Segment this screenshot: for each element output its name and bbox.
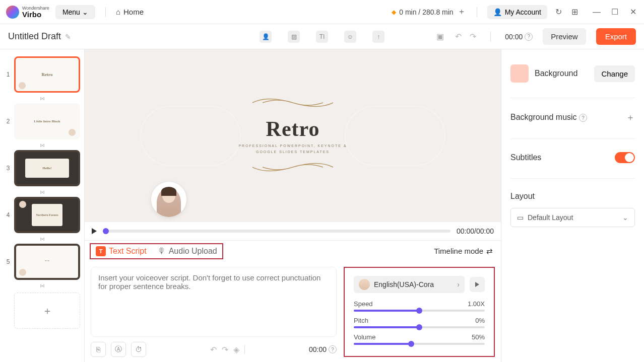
slide-thumbnail[interactable]: Retro: [14, 56, 80, 93]
slide-number: 1: [4, 71, 12, 78]
slide-connector-icon: ⋈: [4, 236, 80, 242]
help-icon[interactable]: ?: [329, 345, 337, 353]
timeline-mode-button[interactable]: Timeline mode ⇄: [434, 247, 496, 256]
slide-connector-icon: ⋈: [4, 96, 80, 101]
preview-button[interactable]: Preview: [543, 28, 586, 45]
diamond-icon: ◆: [392, 9, 396, 16]
text-tool-icon[interactable]: TI: [316, 31, 328, 43]
slider-knob[interactable]: [416, 308, 422, 314]
layout-selector[interactable]: ▭ Default Layout ⌄: [510, 208, 635, 227]
maximize-button[interactable]: ☐: [610, 7, 620, 17]
play-button[interactable]: [92, 228, 97, 234]
progress-slider[interactable]: [103, 230, 450, 233]
apps-button[interactable]: ⊞: [569, 7, 579, 17]
voice-avatar-icon: [359, 279, 370, 290]
slide-connector-icon: ⋈: [4, 189, 80, 195]
toolbar-tools: 👤 ▨ TI ☺ ↑: [260, 31, 384, 43]
slide-item[interactable]: 5 "": [4, 244, 80, 280]
tag-tool[interactable]: ◈: [233, 345, 239, 354]
home-label: Home: [123, 8, 144, 16]
logo-icon: [6, 6, 19, 19]
edit-icon[interactable]: ✎: [65, 33, 71, 41]
tab-audio-upload[interactable]: 🎙 Audio Upload: [158, 247, 217, 256]
background-swatch[interactable]: [510, 64, 529, 83]
app-logo: Wondershare Virbo: [6, 6, 49, 19]
canvas-area: Retro PROFESSIONAL POWERPOINT, KEYNOTE &…: [85, 49, 501, 362]
avatar-tool-icon[interactable]: 👤: [260, 31, 272, 43]
slide-item[interactable]: 2 Little Intro Block: [4, 103, 80, 139]
subtitles-toggle[interactable]: [615, 152, 635, 163]
layout-heading: Layout: [510, 192, 635, 201]
slide-item[interactable]: 1 Retro: [4, 56, 80, 93]
chevron-down-icon: ⌄: [622, 213, 628, 222]
slide-connector-icon: ⋈: [4, 283, 80, 288]
script-textarea[interactable]: [91, 267, 337, 337]
canvas[interactable]: Retro PROFESSIONAL POWERPOINT, KEYNOTE &…: [85, 49, 501, 222]
change-background-button[interactable]: Change: [594, 65, 635, 82]
tab-label: Text Script: [109, 247, 147, 256]
slide-number: 4: [4, 211, 12, 219]
close-button[interactable]: ✕: [628, 7, 638, 17]
volume-control: Volume50%: [354, 333, 485, 345]
slider-knob[interactable]: [416, 324, 422, 330]
slide-connector-icon: ⋈: [4, 142, 80, 148]
ornament-bottom-icon: [242, 160, 343, 175]
toolbar: Untitled Draft ✎ 👤 ▨ TI ☺ ↑ ▣ ↶ ↷ 00:00 …: [0, 24, 644, 49]
pitch-value: 0%: [475, 317, 485, 324]
divider: [477, 7, 477, 17]
slide-thumbnail[interactable]: "": [14, 244, 80, 280]
pitch-slider[interactable]: [354, 326, 485, 328]
refresh-button[interactable]: ↻: [553, 7, 563, 17]
usage-time-text: 0 min / 280.8 min: [399, 8, 453, 16]
add-music-button[interactable]: ＋: [626, 111, 635, 123]
add-slide-button[interactable]: ＋: [14, 293, 80, 329]
slide-item[interactable]: 3 Hello!: [4, 150, 80, 186]
translate-tool[interactable]: ⎘: [91, 342, 106, 357]
progress-knob[interactable]: [103, 228, 109, 234]
home-button[interactable]: ⌂ Home: [116, 8, 144, 16]
slide-item[interactable]: 4 Northern Forests: [4, 197, 80, 233]
speed-slider[interactable]: [354, 310, 485, 312]
voice-selector[interactable]: English(USA)-Cora ›: [354, 276, 465, 293]
ai-tool[interactable]: Ⓐ: [111, 342, 126, 357]
user-icon: 👤: [493, 8, 502, 16]
decoration-swirl: [345, 106, 445, 166]
minimize-button[interactable]: —: [592, 7, 602, 17]
upload-tool-icon[interactable]: ↑: [372, 31, 384, 43]
slide-thumbnail[interactable]: Hello!: [14, 150, 80, 186]
template-tool-icon[interactable]: ▨: [288, 31, 300, 43]
undo-button[interactable]: ↶: [455, 32, 462, 41]
slide-subtitle: PROFESSIONAL POWERPOINT, KEYNOTE &GOOGLE…: [238, 143, 347, 154]
properties-panel: Background Change Background music ? ＋ S…: [501, 49, 644, 362]
draft-title[interactable]: Untitled Draft ✎: [8, 31, 71, 42]
menu-button[interactable]: Menu ⌄: [55, 5, 95, 19]
volume-slider[interactable]: [354, 343, 485, 345]
subtitles-label: Subtitles: [510, 153, 615, 162]
slide-thumbnail[interactable]: Little Intro Block: [14, 103, 80, 139]
help-icon[interactable]: ?: [525, 33, 533, 41]
voice-preview-button[interactable]: [470, 277, 485, 292]
account-button[interactable]: 👤 My Account: [487, 5, 547, 19]
product-text: Virbo: [22, 11, 49, 18]
pause-tool[interactable]: ⏱: [131, 342, 146, 357]
script-panel: T Text Script 🎙 Audio Upload Timeline mo…: [85, 240, 501, 362]
divider: [105, 7, 106, 17]
help-icon[interactable]: ?: [579, 114, 587, 122]
export-button[interactable]: Export: [596, 28, 636, 45]
slide-thumbnail[interactable]: Northern Forests: [14, 197, 80, 233]
script-undo[interactable]: ↶: [210, 345, 217, 354]
swap-icon: ⇄: [486, 247, 493, 256]
slider-knob[interactable]: [408, 341, 414, 347]
speed-label: Speed: [354, 300, 373, 308]
tab-text-script[interactable]: T Text Script: [96, 246, 147, 256]
script-redo[interactable]: ↷: [222, 345, 228, 354]
avatar-element[interactable]: [151, 182, 186, 217]
save-button[interactable]: ▣: [435, 32, 445, 42]
tab-label: Audio Upload: [169, 247, 217, 256]
sticker-tool-icon[interactable]: ☺: [344, 31, 356, 43]
add-time-button[interactable]: ＋: [457, 7, 467, 17]
voice-name: English(USA)-Cora: [374, 280, 434, 288]
redo-button[interactable]: ↷: [470, 32, 476, 41]
slides-panel: 1 Retro ⋈ 2 Little Intro Block ⋈ 3 Hello…: [0, 49, 85, 362]
titlebar: Wondershare Virbo Menu ⌄ ⌂ Home ◆ 0 min …: [0, 0, 644, 24]
